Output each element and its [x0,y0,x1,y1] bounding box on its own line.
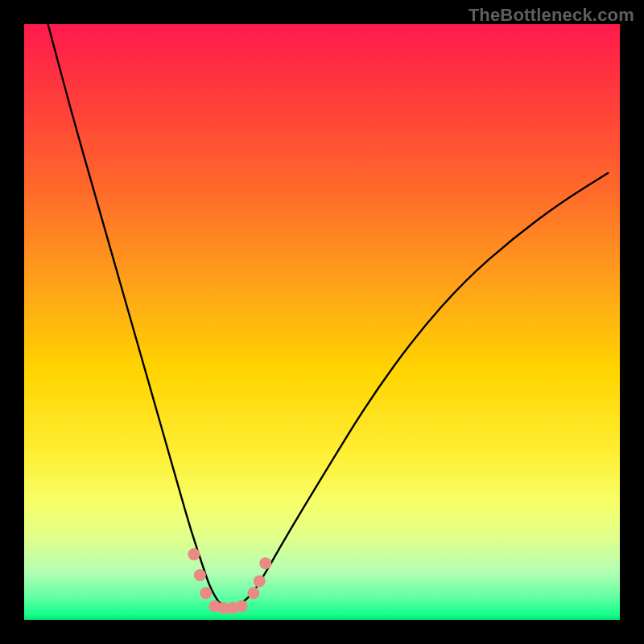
highlight-dot [236,600,248,612]
highlight-dot [259,557,271,569]
highlight-dot [247,587,259,599]
highlight-dot [188,548,200,560]
curve-layer [24,24,620,620]
highlight-dot [254,575,266,587]
watermark-text: TheBottleneck.com [469,5,634,26]
highlight-dot [200,587,212,599]
bottleneck-curve-path [48,24,609,608]
bottleneck-curve [48,24,609,608]
plot-area [24,24,620,620]
chart-frame: TheBottleneck.com [0,0,644,644]
highlight-dot [194,569,206,581]
